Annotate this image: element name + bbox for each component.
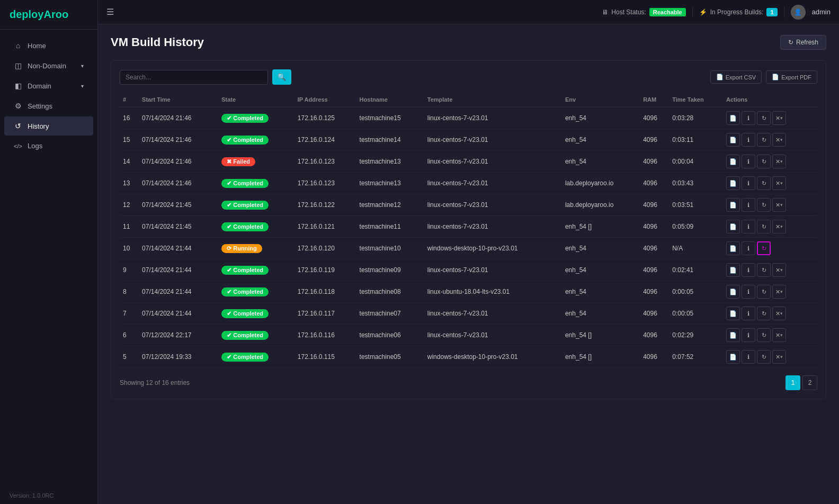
cell-start-time: 07/14/2024 21:45 (139, 216, 218, 238)
actions-group: 📄 ℹ ↻ ✕ ▾ (726, 350, 814, 364)
action-doc-button[interactable]: 📄 (726, 198, 740, 212)
cell-start-time: 07/14/2024 21:44 (139, 303, 218, 325)
sidebar-item-home[interactable]: ⌂ Home (4, 36, 93, 55)
actions-group: 📄 ℹ ↻ ✕ ▾ (726, 176, 814, 190)
action-refresh-button[interactable]: ↻ (757, 176, 771, 190)
sidebar-item-domain[interactable]: ◧ Domain ▾ (4, 76, 93, 95)
action-more-button[interactable]: ✕ ▾ (772, 111, 786, 125)
search-button[interactable]: 🔍 (272, 69, 291, 85)
cell-start-time: 07/14/2024 21:44 (139, 281, 218, 303)
export-pdf-button[interactable]: 📄 Export PDF (766, 70, 817, 84)
col-start-time: Start Time (139, 92, 218, 107)
table-row: 7 07/14/2024 21:44 ✔ Completed 172.16.0.… (120, 303, 817, 325)
actions-group: 📄 ℹ ↻ ✕ ▾ (726, 328, 814, 342)
sidebar-item-history[interactable]: ↺ History (4, 116, 93, 136)
action-info-button[interactable]: ℹ (742, 198, 755, 212)
action-more-button[interactable]: ✕ ▾ (772, 328, 786, 342)
refresh-label: Refresh (796, 39, 818, 46)
action-more-button[interactable]: ✕ ▾ (772, 350, 786, 364)
action-doc-button[interactable]: 📄 (726, 328, 740, 342)
table-row: 15 07/14/2024 21:46 ✔ Completed 172.16.0… (120, 129, 817, 151)
action-doc-button[interactable]: 📄 (726, 176, 740, 190)
cell-ram: 4096 (640, 216, 669, 238)
table-row: 11 07/14/2024 21:45 ✔ Completed 172.16.0… (120, 216, 817, 238)
action-refresh-button[interactable]: ↻ (757, 263, 771, 277)
action-refresh-button[interactable]: ↻ (757, 155, 771, 168)
action-refresh-button[interactable]: ↻ (757, 241, 771, 255)
action-refresh-button[interactable]: ↻ (757, 198, 771, 212)
cell-env: enh_54 [] (562, 325, 640, 346)
action-more-button[interactable]: ✕ ▾ (772, 220, 786, 233)
action-doc-button[interactable]: 📄 (726, 111, 740, 125)
cell-ip: 172.16.0.122 (294, 194, 356, 216)
action-info-button[interactable]: ℹ (742, 307, 755, 320)
export-csv-button[interactable]: 📄 Export CSV (710, 70, 762, 84)
showing-text: Showing 12 of 16 entries (120, 379, 786, 386)
action-refresh-button[interactable]: ↻ (757, 350, 771, 364)
cell-hostname: testmachine14 (356, 129, 424, 151)
action-doc-button[interactable]: 📄 (726, 220, 740, 233)
action-refresh-button[interactable]: ↻ (757, 328, 771, 342)
action-info-button[interactable]: ℹ (742, 241, 755, 255)
page-button-1[interactable]: 1 (786, 375, 800, 390)
cell-template: linux-centos-7-v23.01 (424, 216, 562, 238)
cell-actions: 📄 ℹ ↻ ✕ ▾ (723, 107, 817, 129)
action-more-button[interactable]: ✕ ▾ (772, 198, 786, 212)
action-refresh-button[interactable]: ↻ (757, 133, 771, 147)
sidebar-item-non-domain[interactable]: ◫ Non-Domain ▾ (4, 56, 93, 75)
action-refresh-button[interactable]: ↻ (757, 220, 771, 233)
host-status-label: Host Status: (611, 8, 646, 16)
action-refresh-button[interactable]: ↻ (757, 111, 771, 125)
action-doc-button[interactable]: 📄 (726, 307, 740, 320)
refresh-button[interactable]: ↻ Refresh (780, 35, 826, 50)
page-button-2[interactable]: 2 (802, 375, 817, 390)
action-refresh-button[interactable]: ↻ (757, 285, 771, 299)
action-info-button[interactable]: ℹ (742, 155, 755, 168)
action-info-button[interactable]: ℹ (742, 263, 755, 277)
menu-toggle-button[interactable]: ☰ (106, 7, 114, 17)
cell-env: enh_54 [] (562, 216, 640, 238)
action-doc-button[interactable]: 📄 (726, 285, 740, 299)
action-info-button[interactable]: ℹ (742, 176, 755, 190)
action-more-button[interactable]: ✕ ▾ (772, 285, 786, 299)
main-content: ☰ 🖥 Host Status: Reachable ⚡ In Progress… (98, 0, 839, 504)
csv-icon: 📄 (716, 74, 724, 80)
action-doc-button[interactable]: 📄 (726, 241, 740, 255)
sidebar-item-logs[interactable]: </> Logs (4, 137, 93, 155)
action-info-button[interactable]: ℹ (742, 328, 755, 342)
cell-hostname: testmachine12 (356, 194, 424, 216)
action-more-button[interactable]: ✕ ▾ (772, 307, 786, 320)
cell-env: lab.deployaroo.io (562, 194, 640, 216)
action-more-button[interactable]: ✕ ▾ (772, 155, 786, 168)
cell-actions: 📄 ℹ ↻ ✕ ▾ (723, 151, 817, 173)
action-info-button[interactable]: ℹ (742, 285, 755, 299)
cell-time-taken: 0:03:43 (669, 173, 723, 194)
action-more-button[interactable]: ✕ ▾ (772, 263, 786, 277)
cell-time-taken: 0:02:29 (669, 325, 723, 346)
action-info-button[interactable]: ℹ (742, 220, 755, 233)
action-info-button[interactable]: ℹ (742, 133, 755, 147)
cell-hostname: testmachine10 (356, 238, 424, 259)
cell-state: ✔ Completed (218, 303, 294, 325)
search-input[interactable] (120, 70, 268, 85)
cell-hostname: testmachine13 (356, 173, 424, 194)
action-more-button[interactable]: ✕ ▾ (772, 176, 786, 190)
sidebar-item-settings[interactable]: ⚙ Settings (4, 96, 93, 115)
chevron-down-icon: ▾ (81, 63, 84, 69)
action-info-button[interactable]: ℹ (742, 350, 755, 364)
builds-icon: ⚡ (699, 8, 707, 16)
action-doc-button[interactable]: 📄 (726, 263, 740, 277)
action-doc-button[interactable]: 📄 (726, 155, 740, 168)
cell-template: linux-centos-7-v23.01 (424, 107, 562, 129)
cell-time-taken: 0:00:05 (669, 303, 723, 325)
col-state: State (218, 92, 294, 107)
action-refresh-button[interactable]: ↻ (757, 307, 771, 320)
action-doc-button[interactable]: 📄 (726, 350, 740, 364)
action-doc-button[interactable]: 📄 (726, 133, 740, 147)
cell-time-taken: 0:03:51 (669, 194, 723, 216)
cell-env: enh_54 (562, 238, 640, 259)
action-info-button[interactable]: ℹ (742, 111, 755, 125)
table-header-row: # Start Time State IP Address Hostname T… (120, 92, 817, 107)
cell-id: 8 (120, 281, 139, 303)
action-more-button[interactable]: ✕ ▾ (772, 133, 786, 147)
